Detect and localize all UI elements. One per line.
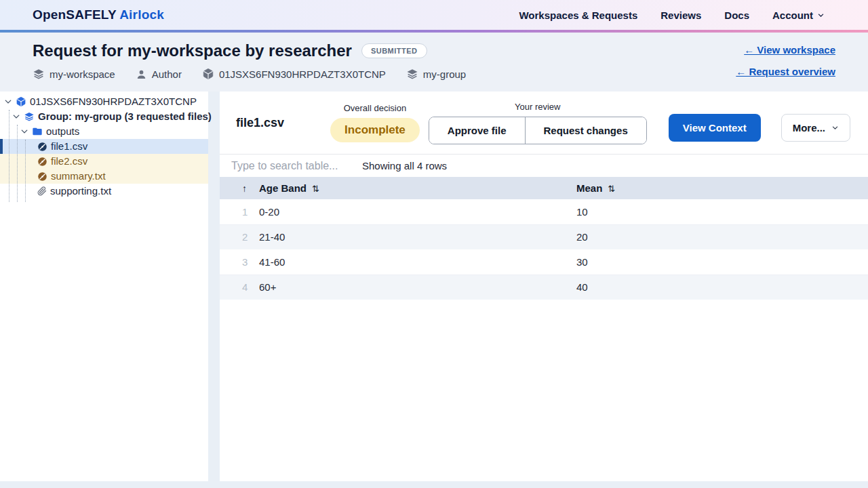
cell-age-band: 21-40 xyxy=(259,224,576,249)
table-row: 3 41-60 30 xyxy=(220,249,868,274)
tree-group-label: Group: my-group (3 requested files) xyxy=(38,109,212,124)
cell-age-band: 60+ xyxy=(259,274,576,300)
tree-item-group[interactable]: Group: my-group (3 requested files) xyxy=(0,109,208,124)
file-title: file1.csv xyxy=(236,116,284,130)
more-button-label: More... xyxy=(793,122,825,134)
chevron-down-icon xyxy=(831,124,839,131)
tree-guide-line xyxy=(9,110,9,202)
cell-age-band: 41-60 xyxy=(259,249,576,274)
paperclip-icon xyxy=(37,186,47,196)
column-header-mean[interactable]: Mean⇅ xyxy=(576,177,868,199)
column-header-age-band[interactable]: Age Band⇅ xyxy=(259,177,576,199)
header-links: ← View workspace ← Request overview xyxy=(736,44,835,77)
data-table: ↑ Age Band⇅ Mean⇅ 1 0-20 10 2 21-40 20 3 xyxy=(220,177,868,300)
approve-file-button[interactable]: Approve file xyxy=(429,117,525,144)
status-badge: SUBMITTED xyxy=(361,43,427,58)
meta-request-id-label: 01JSXS6FN930HRPDAZT3X0TCNP xyxy=(219,68,386,80)
nav-account-label: Account xyxy=(772,9,813,21)
meta-author: Author xyxy=(136,68,182,80)
chart-file-icon xyxy=(37,142,47,152)
nav-item-docs[interactable]: Docs xyxy=(724,9,749,21)
view-workspace-link[interactable]: ← View workspace xyxy=(744,44,835,56)
file-review-panel: file1.csv Overall decision Incomplete Yo… xyxy=(220,92,868,481)
table-header-row: ↑ Age Band⇅ Mean⇅ xyxy=(220,177,868,199)
row-count-text: Showing all 4 rows xyxy=(362,160,447,171)
table-toolbar: Showing all 4 rows xyxy=(220,155,868,177)
tree-item-request-root[interactable]: 01JSXS6FN930HRPDAZT3X0TCNP xyxy=(0,94,208,109)
nav-item-account[interactable]: Account xyxy=(772,9,825,21)
table-row: 1 0-20 10 xyxy=(220,199,868,224)
top-nav: OpenSAFELY Airlock Workspaces & Requests… xyxy=(0,0,868,30)
tree-file-label: file2.csv xyxy=(51,154,87,169)
tree-guide-line xyxy=(25,140,26,202)
row-index: 3 xyxy=(220,249,259,274)
request-meta: my-workspace Author 01JSXS6FN930HRPDAZT3… xyxy=(33,68,835,80)
row-index: 1 xyxy=(220,199,259,224)
sort-ascending-icon: ↑ xyxy=(242,183,247,194)
chevron-down-icon xyxy=(4,98,12,106)
brand-product: Airlock xyxy=(119,7,164,22)
tree-item-file1[interactable]: file1.csv xyxy=(0,139,208,154)
nav-items: Workspaces & Requests Reviews Docs Accou… xyxy=(519,9,825,21)
search-input[interactable] xyxy=(231,160,362,172)
more-button[interactable]: More... xyxy=(781,114,850,142)
page-body: 01JSXS6FN930HRPDAZT3X0TCNP Group: my-gro… xyxy=(0,92,868,481)
chevron-down-icon xyxy=(20,127,28,136)
cube-icon xyxy=(202,68,214,80)
brand-logo[interactable]: OpenSAFELY Airlock xyxy=(33,7,164,22)
tree-item-outputs-folder[interactable]: outputs xyxy=(0,124,208,139)
cell-age-band: 0-20 xyxy=(259,199,576,224)
tree-item-supporting[interactable]: supporting.txt xyxy=(0,184,208,199)
row-index: 4 xyxy=(220,274,259,300)
tree-file-label: supporting.txt xyxy=(50,184,111,199)
table-row: 2 21-40 20 xyxy=(220,224,868,249)
tree-file-label: file1.csv xyxy=(51,139,87,154)
file-tree-sidebar: 01JSXS6FN930HRPDAZT3X0TCNP Group: my-gro… xyxy=(0,92,208,481)
folder-icon xyxy=(32,126,43,137)
meta-workspace-label: my-workspace xyxy=(50,68,115,80)
cell-mean: 20 xyxy=(576,224,868,249)
nav-item-reviews[interactable]: Reviews xyxy=(660,9,701,21)
your-review-label: Your review xyxy=(515,102,560,112)
user-icon xyxy=(136,68,147,80)
chevron-down-icon xyxy=(12,113,20,121)
column-header-index[interactable]: ↑ xyxy=(220,177,259,199)
layers-icon xyxy=(24,111,35,122)
layers-icon xyxy=(33,68,45,80)
layers-icon xyxy=(406,68,418,80)
tree-root-label: 01JSXS6FN930HRPDAZT3X0TCNP xyxy=(30,94,197,109)
overall-decision-block: Overall decision Incomplete xyxy=(330,103,420,142)
sort-icon: ⇅ xyxy=(608,184,615,194)
meta-workspace: my-workspace xyxy=(33,68,115,80)
overall-decision-label: Overall decision xyxy=(344,103,407,113)
file-header: file1.csv Overall decision Incomplete Yo… xyxy=(220,92,868,155)
nav-item-workspaces[interactable]: Workspaces & Requests xyxy=(519,9,637,21)
request-header: Request for my-workspace by researcher S… xyxy=(0,33,868,92)
tree-file-label: summary.txt xyxy=(51,169,106,184)
chart-file-icon xyxy=(37,157,47,167)
brand-name: OpenSAFELY xyxy=(33,7,116,22)
cube-icon xyxy=(16,96,26,107)
review-button-group: Approve file Request changes xyxy=(429,117,647,144)
request-overview-link[interactable]: ← Request overview xyxy=(736,66,835,77)
tree-item-summary[interactable]: summary.txt xyxy=(0,169,208,184)
page-title: Request for my-workspace by researcher xyxy=(33,41,352,60)
cell-mean: 10 xyxy=(576,199,868,224)
row-index: 2 xyxy=(220,224,259,249)
meta-author-label: Author xyxy=(152,68,182,80)
chevron-down-icon xyxy=(817,12,825,19)
meta-group-label: my-group xyxy=(423,68,466,80)
sort-icon: ⇅ xyxy=(312,184,319,194)
request-changes-button[interactable]: Request changes xyxy=(525,117,646,144)
your-review-block: Your review Approve file Request changes xyxy=(429,102,647,144)
table-row: 4 60+ 40 xyxy=(220,274,868,300)
cell-mean: 40 xyxy=(576,274,868,300)
view-context-button[interactable]: View Context xyxy=(669,114,761,142)
tree-guide-line xyxy=(17,125,18,202)
tree-item-file2[interactable]: file2.csv xyxy=(0,154,208,169)
meta-request-id: 01JSXS6FN930HRPDAZT3X0TCNP xyxy=(202,68,386,80)
tree-folder-label: outputs xyxy=(46,124,79,139)
meta-group: my-group xyxy=(406,68,466,80)
decision-badge: Incomplete xyxy=(330,118,420,142)
chart-file-icon xyxy=(37,171,47,182)
